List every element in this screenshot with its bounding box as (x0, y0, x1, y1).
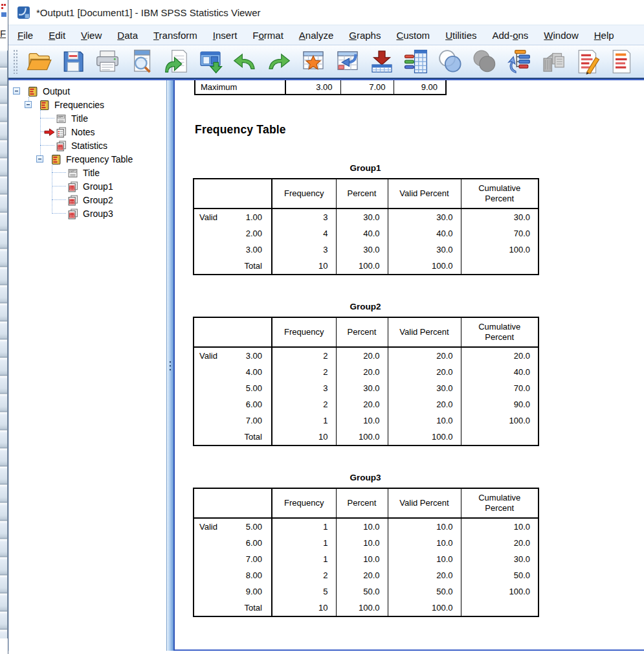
collapse-box-icon[interactable] (36, 155, 43, 163)
row-label-cell (194, 535, 228, 551)
outline-item-frequencies[interactable]: Frequencies (9, 98, 166, 111)
print-icon[interactable] (93, 47, 122, 76)
outline-item-title[interactable]: Title (9, 111, 166, 125)
export-icon[interactable] (161, 47, 191, 76)
stub-header (194, 179, 272, 209)
outline-item-group2[interactable]: Group2 (9, 193, 166, 207)
background-menu-fragment: F (0, 28, 8, 39)
menu-format[interactable]: Format (245, 27, 291, 43)
value-cell (461, 600, 539, 616)
print-preview-icon[interactable] (127, 47, 157, 76)
stat-value: 7.00 (340, 80, 394, 95)
value-cell: 70.0 (461, 225, 539, 242)
pivot-table-group1[interactable]: FrequencyPercentValid PercentCumulative … (193, 178, 539, 275)
collapse-box-icon[interactable] (13, 87, 20, 95)
outline-item-statistics[interactable]: Statistics (9, 139, 166, 152)
menu-window[interactable]: Window (536, 27, 586, 43)
insert-heading-icon[interactable] (573, 47, 603, 76)
redo-icon[interactable] (264, 47, 294, 76)
save-icon[interactable] (58, 47, 88, 76)
use-variable-sets-icon[interactable] (504, 47, 534, 76)
table-row: 9.00550.050.0100.0 (194, 583, 539, 600)
row-label-cell: Valid (194, 209, 228, 225)
value-cell: 10.0 (336, 412, 388, 429)
screen: F *Output1 [Document1] - IBM SPSS Statis… (0, 0, 644, 654)
value-cell: 50.0 (461, 567, 539, 583)
menu-edit[interactable]: Edit (41, 27, 73, 43)
collapse-box-icon[interactable] (25, 101, 32, 108)
goto-data-icon[interactable] (298, 47, 328, 76)
pivot-table-group2[interactable]: FrequencyPercentValid PercentCumulative … (193, 317, 539, 446)
output-heading[interactable]: Frequency Table (195, 123, 644, 137)
outline-item-output[interactable]: Output (9, 84, 166, 98)
row-label-cell: Valid (194, 518, 228, 535)
pivot-table-title[interactable]: Group2 (193, 302, 538, 311)
row-label-cell: 7.00 (228, 551, 272, 567)
frequency-table-section: Group1FrequencyPercentValid PercentCumul… (193, 163, 538, 275)
table-row: Total10100.0100.0 (194, 258, 539, 275)
statistics-table-partial[interactable]: Maximum 3.00 7.00 9.00 (194, 80, 447, 95)
output-book-icon (27, 86, 38, 96)
row-label-cell: Total (228, 258, 272, 275)
value-cell: 20.0 (461, 347, 539, 364)
value-cell: 10 (272, 429, 336, 445)
variables-icon[interactable] (401, 47, 431, 76)
row-label-cell: 2.00 (228, 225, 272, 242)
output-book-icon (39, 100, 50, 110)
insert-title-icon[interactable] (607, 47, 637, 76)
menu-analyze[interactable]: Analyze (291, 27, 341, 43)
value-cell: 1 (272, 518, 336, 535)
outline-item-group3[interactable]: Group3 (9, 207, 166, 220)
value-cell: 20.0 (388, 347, 461, 364)
menu-help[interactable]: Help (586, 27, 622, 43)
outline-item-title[interactable]: Title (9, 166, 166, 179)
stats-table-icon (56, 141, 67, 151)
menu-data[interactable]: Data (109, 27, 146, 43)
open-file-icon[interactable] (24, 47, 54, 76)
value-cell: 30.0 (388, 380, 461, 396)
select-cases-icon[interactable] (436, 47, 465, 76)
value-cell: 70.0 (461, 380, 539, 396)
row-label-cell: 7.00 (228, 412, 272, 429)
column-header: Frequency (272, 179, 336, 209)
outline-item-frequencytable[interactable]: Frequency Table (9, 152, 166, 166)
goto-case-icon[interactable] (333, 47, 362, 76)
title-bar[interactable]: *Output1 [Document1] - IBM SPSS Statisti… (8, 0, 644, 25)
pivot-table-title[interactable]: Group1 (193, 163, 538, 173)
value-cell: 10.0 (388, 535, 461, 551)
current-item-arrow-icon (44, 128, 55, 136)
row-label-cell (194, 600, 228, 616)
stat-value: 9.00 (394, 80, 446, 95)
row-label-cell (194, 364, 228, 380)
value-cell: 30.0 (461, 551, 539, 567)
menu-view[interactable]: View (73, 27, 109, 43)
pivot-table-group3[interactable]: FrequencyPercentValid PercentCumulative … (193, 488, 539, 617)
menu-custom[interactable]: Custom (388, 27, 438, 43)
row-label-cell: Total (228, 429, 272, 445)
column-header: Percent (336, 488, 388, 518)
menu-transform[interactable]: Transform (146, 27, 205, 43)
menu-utilities[interactable]: Utilities (438, 27, 484, 43)
recall-dialog-icon[interactable] (195, 47, 225, 76)
row-label-cell: Valid (194, 347, 228, 364)
pane-splitter-handle[interactable] (166, 80, 175, 651)
row-label-cell: 8.00 (228, 567, 272, 583)
outline-item-group1[interactable]: Group1 (9, 179, 166, 193)
outline-item-notes[interactable]: Notes (9, 125, 166, 139)
column-header: Valid Percent (388, 488, 461, 518)
menu-file[interactable]: File (10, 27, 41, 43)
undo-icon[interactable] (230, 47, 260, 76)
menu-insert[interactable]: Insert (205, 27, 245, 43)
stats-table-icon (67, 181, 78, 192)
stub-header (194, 317, 272, 347)
toolbar-grip-handle[interactable] (13, 49, 18, 74)
pivot-table-title[interactable]: Group3 (193, 473, 538, 482)
column-header: Cumulative Percent (461, 317, 539, 347)
menu-addons[interactable]: Add-ons (484, 27, 536, 43)
value-cell: 10.0 (461, 518, 539, 535)
insert-variables-icon[interactable] (367, 47, 397, 76)
outline-item-label: Notes (71, 127, 95, 137)
window-title: *Output1 [Document1] - IBM SPSS Statisti… (36, 7, 261, 18)
value-cell: 40.0 (336, 225, 388, 242)
menu-graphs[interactable]: Graphs (341, 27, 388, 43)
